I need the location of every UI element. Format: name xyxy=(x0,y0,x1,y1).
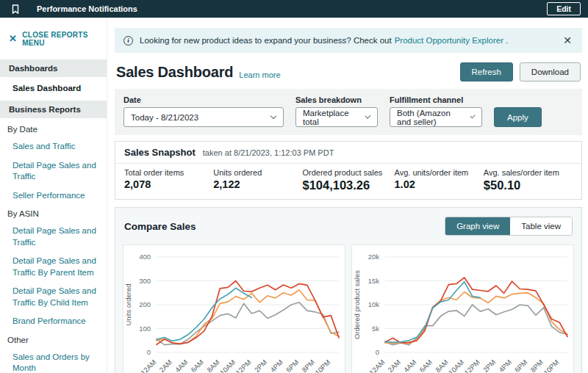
svg-text:0: 0 xyxy=(147,348,151,356)
table-view-button[interactable]: Table view xyxy=(510,217,572,235)
ordered-product-sales-chart: 05k10k15k20k12AM2AM4AM6AM8AM10AM12PM2PM4… xyxy=(352,245,573,373)
banner-close-icon[interactable]: ✕ xyxy=(562,35,573,46)
sidebar-item-other: Other xyxy=(0,331,107,348)
stat-avg-units-order-item: Avg. units/order item1.02 xyxy=(395,168,484,192)
series-red xyxy=(157,281,339,345)
date-field: Date Today - 8/21/2023 xyxy=(123,95,284,127)
date-label: Date xyxy=(123,95,284,104)
top-bar: Performance Notifications Edit xyxy=(0,0,588,18)
bookmark-icon xyxy=(12,4,19,14)
stat-avg-sales-order-item: Avg. sales/order item$50.10 xyxy=(484,168,573,192)
date-select-value: Today - 8/21/2023 xyxy=(131,113,198,122)
sales-breakdown-select[interactable]: Marketplace total xyxy=(295,107,378,127)
ordered-product-sales-chart-panel: 05k10k15k20k12AM2AM4AM6AM8AM10AM12PM2PM4… xyxy=(351,245,574,373)
sidebar-item-sales-and-orders-by-month[interactable]: Sales and Orders by Month xyxy=(0,348,107,373)
topbar-title: Performance Notifications xyxy=(37,4,137,13)
sales-breakdown-field: Sales breakdown Marketplace total xyxy=(295,95,378,127)
chevron-down-icon xyxy=(470,113,475,118)
svg-text:300: 300 xyxy=(139,277,151,285)
sidebar-item-by-date: By Date xyxy=(0,120,107,137)
snapshot-stats: Total order items2,078Units ordered2,122… xyxy=(115,164,581,199)
svg-text:10k: 10k xyxy=(368,300,380,308)
sidebar-item-detail-page-sales-and-traffic[interactable]: Detail Page Sales and Traffic xyxy=(0,156,107,186)
series-teal xyxy=(385,282,480,343)
sales-snapshot-header: Sales Snapshot taken at 8/21/2023, 1:12:… xyxy=(115,142,581,164)
stat-ordered-product-sales: Ordered product sales$104,103.26 xyxy=(302,168,394,192)
sidebar-item-detail-page-sales-and-traffic-by-parent-item[interactable]: Detail Page Sales and Traffic By Parent … xyxy=(0,252,107,282)
svg-text:12AM: 12AM xyxy=(368,358,386,373)
svg-text:2AM: 2AM xyxy=(386,358,402,373)
compare-sales-header: Compare Sales Graph view Table view xyxy=(115,208,581,243)
close-reports-menu-button[interactable]: ✕ CLOSE REPORTS MENU xyxy=(0,29,107,57)
stat-value: $104,103.26 xyxy=(302,178,394,192)
fulfillment-channel-select-value: Both (Amazon and seller) xyxy=(397,109,464,126)
stat-units-ordered: Units ordered2,122 xyxy=(213,168,302,192)
banner-text: Looking for new product ideas to expand … xyxy=(140,36,392,45)
svg-text:12PM: 12PM xyxy=(234,358,252,373)
stat-value: 1.02 xyxy=(395,178,484,190)
compare-sales-card: Compare Sales Graph view Table view 0100… xyxy=(115,207,582,373)
svg-text:6AM: 6AM xyxy=(190,358,206,373)
learn-more-link[interactable]: Learn more xyxy=(239,70,280,79)
sidebar-item-detail-page-sales-and-traffic[interactable]: Detail Page Sales and Traffic xyxy=(0,222,107,252)
refresh-button[interactable]: Refresh xyxy=(460,62,513,82)
sales-snapshot-title: Sales Snapshot xyxy=(124,147,196,158)
stat-label: Units ordered xyxy=(213,168,302,177)
sidebar-item-detail-page-sales-and-traffic-by-child-item[interactable]: Detail Page Sales and Traffic By Child I… xyxy=(0,282,107,312)
svg-text:15k: 15k xyxy=(368,277,380,285)
svg-text:4AM: 4AM xyxy=(402,358,418,373)
info-banner: i Looking for new product ideas to expan… xyxy=(115,28,582,53)
svg-text:6AM: 6AM xyxy=(418,358,434,373)
sidebar-item-sales-dashboard[interactable]: Sales Dashboard xyxy=(0,79,107,98)
svg-text:2PM: 2PM xyxy=(253,358,269,373)
page-title: Sales Dashboard xyxy=(116,64,233,81)
charts-row: 010020030040012AM2AM4AM6AM8AM10AM12PM2PM… xyxy=(115,243,581,373)
title-row: Sales Dashboard Learn more Refresh Downl… xyxy=(115,53,582,89)
stat-value: 2,078 xyxy=(124,178,213,190)
series-orange xyxy=(157,290,339,344)
svg-text:6PM: 6PM xyxy=(284,358,301,373)
chevron-down-icon xyxy=(270,113,276,119)
stat-value: 2,122 xyxy=(213,178,302,190)
download-button[interactable]: Download xyxy=(520,62,581,82)
fulfillment-channel-select[interactable]: Both (Amazon and seller) xyxy=(390,107,482,127)
sales-breakdown-label: Sales breakdown xyxy=(295,95,378,104)
reports-sidebar: ✕ CLOSE REPORTS MENU DashboardsSales Das… xyxy=(0,18,107,373)
sidebar-item-dashboards: Dashboards xyxy=(0,59,107,77)
close-icon: ✕ xyxy=(9,35,17,43)
edit-button[interactable]: Edit xyxy=(547,2,581,15)
close-reports-menu-label: CLOSE REPORTS MENU xyxy=(22,31,99,47)
sidebar-item-brand-performance[interactable]: Brand Performance xyxy=(0,312,107,331)
graph-view-button[interactable]: Graph view xyxy=(445,217,510,235)
stat-label: Avg. units/order item xyxy=(395,168,484,177)
svg-text:12PM: 12PM xyxy=(462,358,481,373)
date-select[interactable]: Today - 8/21/2023 xyxy=(123,107,284,127)
compare-sales-title: Compare Sales xyxy=(124,221,196,232)
banner-suffix: . xyxy=(506,36,508,45)
stat-label: Avg. sales/order item xyxy=(484,168,573,177)
svg-text:12AM: 12AM xyxy=(139,358,157,373)
svg-text:0: 0 xyxy=(376,348,379,356)
snapshot-timestamp: taken at 8/21/2023, 1:12:03 PM PDT xyxy=(203,148,334,157)
svg-text:200: 200 xyxy=(139,300,151,308)
svg-text:4AM: 4AM xyxy=(173,358,190,373)
product-opportunity-explorer-link[interactable]: Product Opportunity Explorer xyxy=(395,36,503,45)
svg-text:Ordered product sales: Ordered product sales xyxy=(353,270,361,339)
info-icon: i xyxy=(123,36,133,46)
series-gray xyxy=(157,303,339,345)
svg-text:10PM: 10PM xyxy=(542,358,560,373)
sidebar-items: DashboardsSales DashboardBusiness Report… xyxy=(0,59,107,373)
sidebar-item-by-asin: By ASIN xyxy=(0,205,107,222)
sidebar-item-sales-and-traffic[interactable]: Sales and Traffic xyxy=(0,137,107,156)
sales-breakdown-select-value: Marketplace total xyxy=(303,109,359,126)
stat-label: Total order items xyxy=(124,168,213,177)
units-ordered-chart: 010020030040012AM2AM4AM6AM8AM10AM12PM2PM… xyxy=(123,245,345,373)
svg-text:Units ordered: Units ordered xyxy=(124,283,132,325)
apply-button[interactable]: Apply xyxy=(494,107,542,127)
units-ordered-chart-panel: 010020030040012AM2AM4AM6AM8AM10AM12PM2PM… xyxy=(123,245,345,373)
stat-total-order-items: Total order items2,078 xyxy=(124,168,213,192)
svg-text:5k: 5k xyxy=(372,325,379,333)
sidebar-item-seller-performance[interactable]: Seller Performance xyxy=(0,186,107,206)
svg-text:2AM: 2AM xyxy=(157,358,173,373)
svg-text:2PM: 2PM xyxy=(481,358,498,373)
